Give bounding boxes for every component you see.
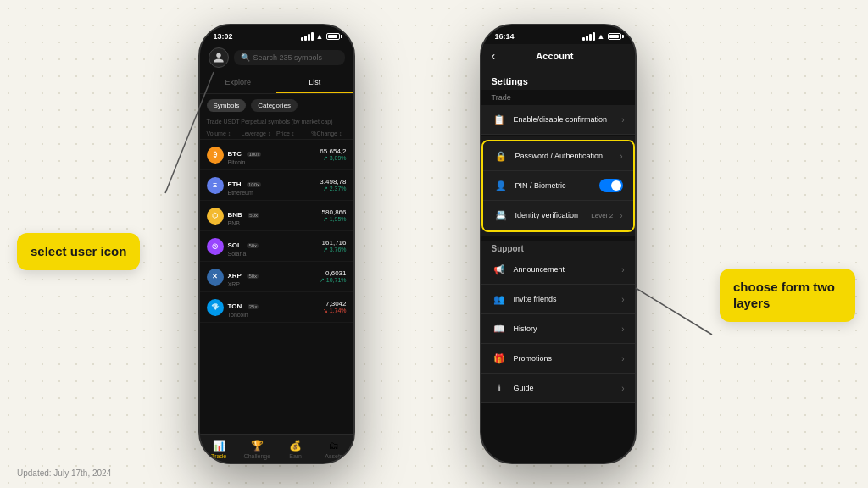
back-button[interactable]: ‹ bbox=[492, 49, 496, 63]
coin-info-btc: BTC 100x Bitcoin bbox=[228, 144, 287, 165]
symbols-categories: Symbols Categories bbox=[200, 94, 353, 117]
phone1-tabs: Explore List bbox=[200, 73, 353, 94]
col-leverage: Leverage ↕ bbox=[242, 130, 276, 136]
support-row-guide[interactable]: ℹ Guide › bbox=[481, 374, 635, 403]
coin-name: SOL 50x bbox=[228, 236, 287, 251]
coin-list: ₿ BTC 100x Bitcoin 65.654,2 ↗ 3,09% Ξ ET… bbox=[200, 140, 353, 323]
signal-bar bbox=[301, 37, 303, 41]
coin-price: 580,866 ↗ 1,95% bbox=[287, 208, 347, 223]
col-headers: Volume ↕ Leverage ↕ Price ↕ %Change ↕ bbox=[200, 128, 353, 140]
coin-row-eth[interactable]: Ξ ETH 100x Ethereum 3.498,78 ↗ 2,37% bbox=[200, 170, 353, 201]
coin-name: TON 25x bbox=[228, 297, 287, 312]
nav-icon: 💰 bbox=[289, 440, 302, 452]
chevron-icon: › bbox=[621, 324, 624, 334]
status-icons-1: ▲ bbox=[301, 32, 340, 41]
btn-symbols[interactable]: Symbols bbox=[207, 99, 247, 112]
nav-icon: 🗂 bbox=[329, 440, 339, 452]
support-icon: 📖 bbox=[492, 321, 507, 336]
coin-row-bnb[interactable]: ⬡ BNB 50x BNB 580,866 ↗ 1,95% bbox=[200, 201, 353, 231]
coin-full-name: Solana bbox=[228, 251, 287, 257]
status-bar-2: 16:14 ▲ bbox=[481, 25, 635, 44]
coin-full-name: Toncoin bbox=[228, 312, 287, 318]
biometric-icon: 👤 bbox=[493, 178, 509, 193]
support-label: History bbox=[514, 324, 619, 333]
support-label: Guide bbox=[514, 384, 619, 392]
coin-name: XRP 50x bbox=[228, 266, 287, 281]
coin-icon-bnb: ⬡ bbox=[207, 208, 224, 225]
coin-full-name: Ethereum bbox=[228, 190, 287, 196]
pin-label: PIN / Biometric bbox=[515, 181, 599, 190]
phone1-header: 🔍 Search 235 symbols bbox=[200, 44, 353, 73]
col-price: Price ↕ bbox=[276, 130, 311, 136]
coin-name: ETH 100x bbox=[228, 175, 287, 190]
phone1-screen: 13:02 ▲ bbox=[200, 25, 353, 463]
phone2-screen: 16:14 ▲ ‹ Account bbox=[481, 25, 635, 463]
support-icon: ℹ bbox=[492, 380, 507, 396]
col-volume: Volume ↕ bbox=[207, 130, 242, 136]
time-1: 13:02 bbox=[214, 32, 233, 41]
signal-bar bbox=[304, 36, 307, 41]
bottom-nav: 📊 Trade 🏆 Challenge 💰 Earn 🗂 Assets bbox=[200, 434, 353, 463]
col-change: %Change ↕ bbox=[311, 130, 346, 136]
time-2: 16:14 bbox=[495, 32, 515, 41]
trade-subtitle: Trade USDT Perpetual symbols (by market … bbox=[200, 117, 353, 128]
highlighted-security-section: 🔒 Password / Authentication › 👤 PIN / Bi… bbox=[481, 140, 635, 232]
support-icon: 🎁 bbox=[492, 351, 507, 366]
support-row-promotions[interactable]: 🎁 Promotions › bbox=[481, 344, 635, 374]
nav-item-earn[interactable]: 💰 Earn bbox=[276, 440, 314, 459]
battery-fill bbox=[609, 35, 619, 38]
coin-price: 65.654,2 ↗ 3,09% bbox=[287, 147, 347, 162]
toggle-dot bbox=[611, 180, 621, 191]
support-row-invite-friends[interactable]: 👥 Invite friends › bbox=[481, 285, 635, 314]
coin-row-sol[interactable]: ◎ SOL 50x Solana 161,716 ↗ 3,76% bbox=[200, 231, 353, 262]
nav-item-challenge[interactable]: 🏆 Challenge bbox=[238, 440, 276, 459]
support-row-history[interactable]: 📖 History › bbox=[481, 314, 635, 344]
status-icons-2: ▲ bbox=[582, 32, 621, 41]
coin-info-eth: ETH 100x Ethereum bbox=[228, 175, 287, 196]
coin-icon-ton: 💎 bbox=[207, 299, 224, 316]
coin-full-name: XRP bbox=[228, 281, 287, 287]
signal-bar bbox=[586, 36, 588, 41]
coin-name: BNB 50x bbox=[228, 205, 287, 220]
nav-label: Assets bbox=[325, 453, 342, 459]
settings-row-pin[interactable]: 👤 PIN / Biometric bbox=[483, 171, 633, 201]
search-bar[interactable]: 🔍 Search 235 symbols bbox=[234, 50, 345, 65]
callout-right-text: choose form two layers bbox=[733, 280, 835, 311]
support-items: 📢 Announcement › 👥 Invite friends › 📖 Hi… bbox=[481, 255, 635, 403]
signal-bar bbox=[311, 32, 314, 41]
user-icon-button[interactable] bbox=[209, 47, 229, 68]
identity-icon: 📇 bbox=[493, 208, 509, 223]
support-row-announcement[interactable]: 📢 Announcement › bbox=[481, 255, 635, 285]
battery-icon bbox=[326, 33, 340, 40]
pin-toggle[interactable] bbox=[599, 179, 623, 192]
page-wrapper: select user icon 13:02 ▲ bbox=[0, 0, 868, 488]
support-icon: 👥 bbox=[492, 291, 507, 307]
nav-label: Challenge bbox=[244, 453, 271, 459]
nav-icon: 📊 bbox=[213, 440, 225, 452]
btn-categories[interactable]: Categories bbox=[251, 99, 298, 112]
signal-bar bbox=[308, 34, 310, 41]
support-label: Promotions bbox=[514, 354, 619, 363]
coin-row-ton[interactable]: 💎 TON 25x Toncoin 7,3042 ↘ 1,74% bbox=[200, 292, 353, 323]
account-header: ‹ Account bbox=[481, 44, 635, 68]
settings-row-identity[interactable]: 📇 Identity verification Level 2 › bbox=[483, 201, 633, 230]
wifi-icon: ▲ bbox=[598, 32, 605, 41]
coin-row-btc[interactable]: ₿ BTC 100x Bitcoin 65.654,2 ↗ 3,09% bbox=[200, 140, 353, 170]
nav-item-assets[interactable]: 🗂 Assets bbox=[314, 440, 353, 459]
settings-row-password[interactable]: 🔒 Password / Authentication › bbox=[483, 141, 633, 171]
tab-list[interactable]: List bbox=[276, 73, 353, 93]
support-label: Invite friends bbox=[514, 295, 619, 303]
callout-select-user: select user icon bbox=[17, 233, 140, 270]
tab-explore[interactable]: Explore bbox=[200, 73, 277, 93]
chevron-icon: › bbox=[621, 265, 624, 274]
battery-fill bbox=[328, 35, 337, 38]
chevron-icon: › bbox=[621, 295, 624, 304]
level-badge: Level 2 bbox=[591, 212, 613, 219]
footer-text: Updated: July 17th, 2024 bbox=[17, 469, 111, 478]
settings-row-confirmation[interactable]: 📋 Enable/disable confirmation › bbox=[481, 105, 635, 135]
coin-row-xrp[interactable]: ✕ XRP 50x XRP 0,6031 ↗ 10,71% bbox=[200, 262, 353, 292]
nav-label: Trade bbox=[211, 453, 226, 459]
coin-price: 3.498,78 ↗ 2,37% bbox=[287, 178, 347, 192]
nav-item-trade[interactable]: 📊 Trade bbox=[200, 440, 238, 459]
account-title: Account bbox=[502, 51, 607, 61]
